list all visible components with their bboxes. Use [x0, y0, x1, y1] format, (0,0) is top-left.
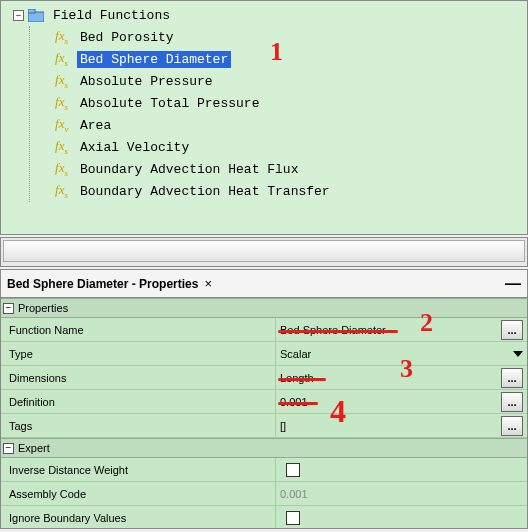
folder-icon — [28, 9, 44, 22]
prop-label: Definition — [1, 390, 276, 413]
tree-item[interactable]: fxv Area — [53, 114, 521, 136]
chevron-down-icon[interactable] — [513, 351, 523, 357]
minimize-icon[interactable]: — — [505, 275, 521, 293]
fx-scalar-icon: fxs — [55, 50, 77, 68]
prop-type: Type Scalar — [1, 342, 527, 366]
prop-value-text: 0.001 — [280, 488, 308, 500]
prop-label: Function Name — [1, 318, 276, 341]
prop-label: Assembly Code — [1, 482, 276, 505]
assembly-code-field: 0.001 — [276, 482, 527, 505]
type-dropdown[interactable]: Scalar — [276, 342, 527, 365]
properties-grid: − Properties Function Name Bed Sphere Di… — [1, 298, 527, 528]
fx-scalar-icon: fxs — [55, 94, 77, 112]
tree-item-label[interactable]: Bed Porosity — [77, 29, 177, 46]
prop-label: Dimensions — [1, 366, 276, 389]
prop-value-text: Bed Sphere Diameter — [280, 324, 386, 336]
ellipsis-button[interactable]: ... — [501, 392, 523, 412]
tree-item[interactable]: fxs Boundary Advection Heat Flux — [53, 158, 521, 180]
svg-rect-1 — [28, 9, 35, 13]
prop-value-text: Length — [280, 372, 314, 384]
tree-item-label[interactable]: Axial Velocity — [77, 139, 192, 156]
tree-item-label[interactable]: Boundary Advection Heat Flux — [77, 161, 301, 178]
properties-title: Bed Sphere Diameter - Properties — [7, 277, 198, 291]
tree-item[interactable]: fxs Boundary Advection Heat Transfer — [53, 180, 521, 202]
tree-item-label[interactable]: Boundary Advection Heat Transfer — [77, 183, 333, 200]
dimensions-field[interactable]: Length ... — [276, 366, 527, 389]
tags-field[interactable]: [] ... — [276, 414, 527, 437]
prop-tags: Tags [] ... — [1, 414, 527, 438]
prop-dimensions: Dimensions Length ... — [1, 366, 527, 390]
collapse-icon[interactable]: − — [3, 303, 14, 314]
tree-item[interactable]: fxs Absolute Pressure — [53, 70, 521, 92]
group-label: Expert — [18, 442, 50, 454]
fx-scalar-icon: fxs — [55, 72, 77, 90]
fx-vector-icon: fxv — [55, 116, 77, 134]
close-icon[interactable]: × — [204, 276, 212, 291]
tree-item[interactable]: fxs Absolute Total Pressure — [53, 92, 521, 114]
tree-item-label[interactable]: Absolute Total Pressure — [77, 95, 262, 112]
idw-checkbox-cell[interactable] — [276, 458, 527, 481]
fx-scalar-icon: fxs — [55, 28, 77, 46]
fx-scalar-icon: fxs — [55, 182, 77, 200]
group-properties[interactable]: − Properties — [1, 298, 527, 318]
tree-root-label[interactable]: Field Functions — [50, 7, 173, 24]
group-expert[interactable]: − Expert — [1, 438, 527, 458]
tree-item-label[interactable]: Bed Sphere Diameter — [77, 51, 231, 68]
prop-inverse-distance-weight: Inverse Distance Weight — [1, 458, 527, 482]
prop-value-text: [] — [280, 420, 286, 432]
fx-scalar-icon: fxs — [55, 138, 77, 156]
collapse-icon[interactable]: − — [3, 443, 14, 454]
prop-ignore-boundary-values: Ignore Boundary Values — [1, 506, 527, 528]
prop-label: Ignore Boundary Values — [1, 506, 276, 528]
prop-label: Tags — [1, 414, 276, 437]
simulation-tree-panel: − Field Functions fxs Bed Porosity fxs B… — [0, 0, 528, 235]
ellipsis-button[interactable]: ... — [501, 416, 523, 436]
group-label: Properties — [18, 302, 68, 314]
prop-function-name: Function Name Bed Sphere Diameter ... — [1, 318, 527, 342]
checkbox[interactable] — [286, 463, 300, 477]
properties-panel: Bed Sphere Diameter - Properties × — − P… — [0, 269, 528, 529]
function-name-field[interactable]: Bed Sphere Diameter ... — [276, 318, 527, 341]
tree-item-label[interactable]: Area — [77, 117, 114, 134]
panel-divider[interactable] — [0, 237, 528, 267]
tree-item-selected[interactable]: fxs Bed Sphere Diameter — [53, 48, 521, 70]
prop-label: Inverse Distance Weight — [1, 458, 276, 481]
ellipsis-button[interactable]: ... — [501, 320, 523, 340]
prop-label: Type — [1, 342, 276, 365]
prop-value-text: Scalar — [280, 348, 311, 360]
fx-scalar-icon: fxs — [55, 160, 77, 178]
tree-root-field-functions[interactable]: − Field Functions — [13, 4, 521, 26]
prop-definition: Definition 0.001 ... — [1, 390, 527, 414]
ellipsis-button[interactable]: ... — [501, 368, 523, 388]
ignore-checkbox-cell[interactable] — [276, 506, 527, 528]
checkbox[interactable] — [286, 511, 300, 525]
definition-field[interactable]: 0.001 ... — [276, 390, 527, 413]
tree-item[interactable]: fxs Axial Velocity — [53, 136, 521, 158]
tree-item-label[interactable]: Absolute Pressure — [77, 73, 216, 90]
collapse-icon[interactable]: − — [13, 10, 24, 21]
properties-header: Bed Sphere Diameter - Properties × — — [1, 270, 527, 298]
prop-value-text: 0.001 — [280, 396, 308, 408]
tree-item[interactable]: fxs Bed Porosity — [53, 26, 521, 48]
prop-assembly-code: Assembly Code 0.001 — [1, 482, 527, 506]
